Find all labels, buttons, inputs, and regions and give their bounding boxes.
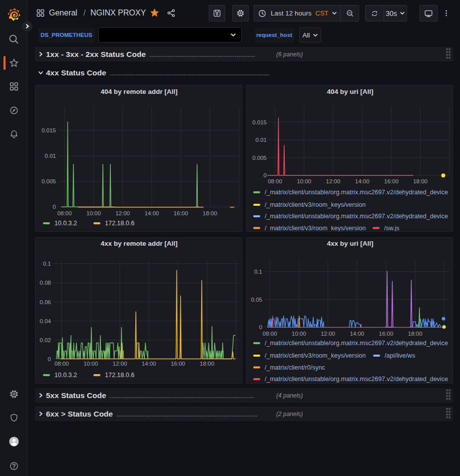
svg-text:10:00: 10:00 (292, 331, 306, 337)
svg-text:/_matrix/client/v3/room_keys/v: /_matrix/client/v3/room_keys/version (265, 201, 366, 208)
svg-text:0.015: 0.015 (41, 127, 56, 133)
svg-text:12:00: 12:00 (326, 178, 341, 184)
svg-text:0: 0 (48, 356, 51, 362)
svg-text:16:00: 16:00 (379, 331, 394, 337)
svg-text:0.015: 0.015 (252, 119, 267, 125)
svg-text:/_matrix/client/v3/room_keys/v: /_matrix/client/v3/room_keys/version (265, 352, 366, 359)
svg-text:08:00: 08:00 (57, 210, 72, 216)
svg-text:/_matrix/client/unstable/org.m: /_matrix/client/unstable/org.matrix.msc2… (265, 189, 448, 196)
svg-text:404 by remote addr [All]: 404 by remote addr [All] (101, 88, 178, 95)
svg-text:/_matrix/client/unstable/org.m: /_matrix/client/unstable/org.matrix.msc2… (265, 213, 448, 220)
svg-text:12:00: 12:00 (113, 361, 127, 367)
svg-text:18:00: 18:00 (413, 178, 428, 184)
svg-text:4xx by remote addr [All]: 4xx by remote addr [All] (101, 240, 178, 247)
svg-text:0.1: 0.1 (43, 261, 51, 267)
svg-text:10:00: 10:00 (297, 178, 311, 184)
svg-text:18:00: 18:00 (200, 361, 214, 367)
svg-text:18:00: 18:00 (203, 210, 217, 216)
svg-text:/_matrix/client/unstable/org.m: /_matrix/client/unstable/org.matrix.msc2… (265, 376, 448, 383)
svg-text:0.05: 0.05 (251, 297, 262, 303)
svg-text:0.1: 0.1 (254, 269, 262, 275)
svg-text:08:00: 08:00 (54, 361, 69, 367)
svg-text:0: 0 (53, 204, 56, 210)
svg-text:18:00: 18:00 (408, 331, 423, 337)
svg-text:08:00: 08:00 (268, 178, 282, 184)
svg-text:08:00: 08:00 (263, 331, 277, 337)
svg-text:14:00: 14:00 (350, 331, 364, 337)
svg-text:14:00: 14:00 (144, 210, 159, 216)
svg-text:12:00: 12:00 (321, 331, 335, 337)
svg-text:172.18.0.6: 172.18.0.6 (105, 372, 134, 379)
svg-text:14:00: 14:00 (142, 361, 156, 367)
svg-text:0.04: 0.04 (40, 318, 51, 324)
svg-text:0.01: 0.01 (256, 137, 267, 143)
svg-text:/_matrix/client/v3/room_keys/v: /_matrix/client/v3/room_keys/version (265, 225, 366, 232)
svg-text:0.02: 0.02 (40, 337, 51, 343)
svg-text:/api/live/ws: /api/live/ws (385, 352, 415, 359)
svg-text:0.005: 0.005 (41, 178, 56, 184)
svg-text:0.06: 0.06 (40, 299, 51, 305)
svg-text:16:00: 16:00 (174, 210, 188, 216)
svg-text:16:00: 16:00 (384, 178, 399, 184)
svg-text:10:00: 10:00 (86, 210, 101, 216)
svg-text:10.0.3.2: 10.0.3.2 (54, 372, 77, 379)
svg-text:4xx by uri [All]: 4xx by uri [All] (327, 240, 373, 247)
svg-text:0.005: 0.005 (252, 155, 267, 161)
svg-text:10.0.3.2: 10.0.3.2 (54, 220, 77, 227)
svg-text:0.01: 0.01 (45, 153, 56, 159)
svg-text:0.08: 0.08 (40, 280, 51, 286)
svg-text:0: 0 (264, 172, 267, 178)
svg-text:172.18.0.6: 172.18.0.6 (105, 220, 134, 227)
svg-text:/sw.js: /sw.js (384, 225, 400, 232)
svg-text:12:00: 12:00 (115, 210, 130, 216)
svg-text:16:00: 16:00 (171, 361, 185, 367)
svg-text:/_matrix/client/r0/sync: /_matrix/client/r0/sync (265, 364, 325, 371)
svg-text:404 by uri [All]: 404 by uri [All] (327, 88, 373, 95)
svg-text:14:00: 14:00 (355, 178, 370, 184)
svg-text:0: 0 (259, 324, 262, 330)
svg-text:10:00: 10:00 (83, 361, 98, 367)
svg-text:/_matrix/client/unstable/org.m: /_matrix/client/unstable/org.matrix.msc2… (265, 340, 448, 347)
